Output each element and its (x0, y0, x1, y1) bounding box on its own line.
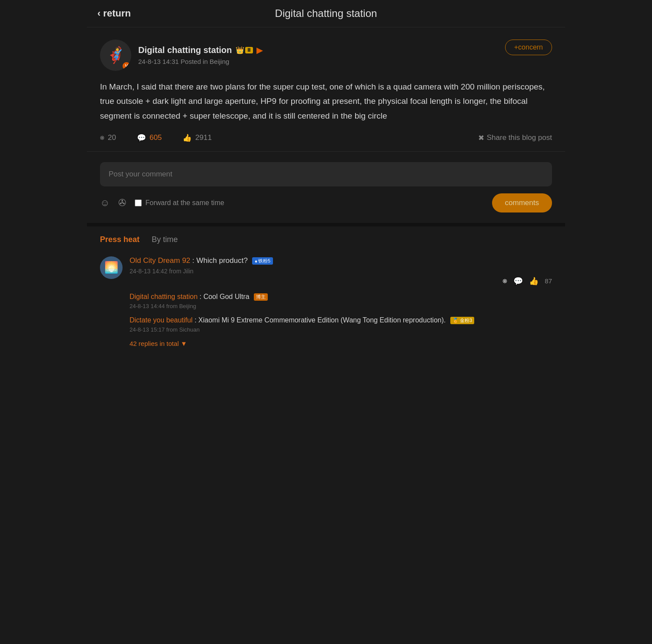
reply-item: Dictate you beautiful : Xiaomi Mi 9 Extr… (130, 316, 552, 333)
post-actions: ⎈ 20 💬 605 👍 2911 ✖ Share this blog post (100, 133, 552, 143)
comments-section: Press heat By time 🌅 Old City Dream 92 :… (87, 226, 565, 367)
forward-label: Forward at the same time (145, 199, 224, 207)
page-header: ‹ return Digital chatting station (87, 0, 565, 27)
comment-author[interactable]: Old City Dream 92 (130, 256, 190, 265)
comment-input-box[interactable] (100, 162, 552, 186)
avatar-badge: V (123, 62, 130, 70)
comment-input[interactable] (109, 170, 543, 179)
emoji-icon[interactable]: ☺ (100, 197, 110, 209)
return-button[interactable]: ‹ return (97, 8, 131, 19)
share-blog-label: Share this blog post (487, 133, 552, 142)
comment-meta: 24-8-13 14:42 from Jilin (130, 268, 552, 275)
replies-section: Digital chatting station : Cool God Ultr… (130, 293, 552, 348)
comment-right-actions: ⎈ 💬 👍 87 (502, 276, 552, 286)
comments-icon: 💬 (137, 133, 146, 143)
comment-content-line: Old City Dream 92 : Which product? ♦铁粉5 (130, 256, 552, 265)
reply-meta-2: 24-8-13 15:17 from Sichuan (130, 326, 552, 333)
reply-content-line: Digital chatting station : Cool God Ultr… (130, 293, 552, 301)
expand-replies-button[interactable]: 42 replies in total ▼ (130, 340, 552, 347)
post-meta: 24-8-13 14:31 Posted in Beijing (138, 58, 263, 65)
share-icon: ⎈ (100, 133, 104, 142)
post-header: 🦸 V Digital chatting station 👑 Ⅲ ▶ 24-8-… (100, 40, 552, 71)
iron5-badge: ♦铁粉5 (252, 257, 273, 265)
diamond-icon: ♦ (255, 259, 257, 264)
expand-replies-label: 42 replies in total (130, 340, 179, 347)
comments-sort: Press heat By time (100, 235, 552, 244)
comments-count: 605 (150, 133, 162, 142)
reply-item: Digital chatting station : Cool God Ultr… (130, 293, 552, 309)
comment-input-section: ☺ ✇ Forward at the same time comments (87, 152, 565, 226)
comment-tools: ☺ ✇ Forward at the same time comments (100, 193, 552, 212)
reply-content-line: Dictate you beautiful : Xiaomi Mi 9 Extr… (130, 316, 552, 324)
reply-meta: 24-8-13 14:44 from Beijing (130, 303, 552, 309)
host-badge: 博主 (254, 293, 268, 301)
reply-author[interactable]: Digital chatting station (130, 293, 198, 300)
page-title: Digital chatting station (275, 7, 377, 20)
reply-text: : Cool God Ultra (200, 293, 249, 300)
comment-avatar: 🌅 (100, 256, 123, 279)
author-name-row: Digital chatting station 👑 Ⅲ ▶ (138, 45, 263, 55)
share-action[interactable]: ⎈ 20 (100, 133, 116, 142)
share-blog-action[interactable]: ✖ Share this blog post (478, 133, 552, 143)
likes-action[interactable]: 👍 2911 (183, 133, 212, 143)
crown-badge: 👑 Ⅲ (236, 46, 253, 54)
comment-avatar-image: 🌅 (104, 261, 118, 274)
gold3-badge: 🏅 金粉3 (450, 317, 474, 324)
forward-checkbox-label[interactable]: Forward at the same time (135, 199, 224, 207)
comments-action[interactable]: 💬 605 (137, 133, 162, 143)
reply-text-2: : Xiaomi Mi 9 Extreme Commemorative Edit… (194, 316, 446, 324)
post-content: In March, I said that there are two plan… (100, 80, 552, 123)
image-icon[interactable]: ✇ (118, 197, 126, 209)
crown-icon: 👑 (236, 46, 244, 54)
author-info: Digital chatting station 👑 Ⅲ ▶ 24-8-13 1… (138, 45, 263, 65)
orange-arrow-icon: ▶ (256, 46, 263, 55)
concern-button[interactable]: +concern (505, 40, 552, 55)
chevron-left-icon: ‹ (97, 8, 100, 19)
share-comment-icon[interactable]: ⎈ (502, 276, 507, 285)
submit-comment-button[interactable]: comments (492, 193, 552, 212)
post-section: 🦸 V Digital chatting station 👑 Ⅲ ▶ 24-8-… (87, 27, 565, 152)
author-name: Digital chatting station (138, 45, 232, 55)
forward-checkbox[interactable] (135, 199, 142, 206)
share-count: 20 (108, 133, 116, 142)
level-badge: Ⅲ (245, 47, 253, 53)
comment-body: Old City Dream 92 : Which product? ♦铁粉5 … (130, 256, 552, 348)
likes-count: 2911 (195, 133, 212, 142)
avatar[interactable]: 🦸 V (100, 40, 131, 71)
comment-like-count: 87 (545, 277, 552, 285)
reply-author-2[interactable]: Dictate you beautiful (130, 316, 193, 324)
chevron-down-icon: ▼ (180, 340, 187, 347)
like-comment-icon[interactable]: 👍 (529, 276, 539, 286)
reply-comment-icon[interactable]: 💬 (513, 276, 523, 286)
sort-by-time[interactable]: By time (152, 235, 178, 244)
comment-text: : Which product? (192, 256, 248, 265)
return-label: return (103, 8, 131, 19)
share-blog-icon: ✖ (478, 133, 484, 143)
sort-press-heat[interactable]: Press heat (100, 235, 140, 244)
post-author-area: 🦸 V Digital chatting station 👑 Ⅲ ▶ 24-8-… (100, 40, 263, 71)
comment-item: 🌅 Old City Dream 92 : Which product? ♦铁粉… (100, 256, 552, 348)
like-icon: 👍 (183, 133, 192, 143)
